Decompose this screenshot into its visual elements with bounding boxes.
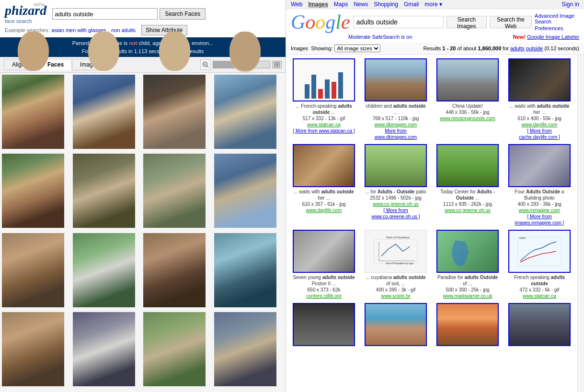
bar-3 [318,89,323,99]
image-thumb-4[interactable] [508,58,571,101]
topbar-more[interactable]: more ▾ [424,1,442,8]
image-item-1[interactable]: ... French-speaking adults outside ... 5… [290,58,358,140]
more-link-2[interactable]: More from www.dkimages.com [365,128,427,140]
image-thumb-1[interactable] [293,58,355,101]
image-thumb-8[interactable] [508,144,571,187]
image-thumb-11[interactable] [436,230,499,273]
site-link-3[interactable]: www.missiongrounds.com [440,115,495,122]
site-link-1[interactable]: www.statcan.ca [293,122,355,128]
image-thumb-12[interactable]: adults [508,230,571,273]
more-link-1[interactable]: [ More from www.statcan.ca ] [293,128,355,134]
face-item-11[interactable] [143,233,206,307]
image-thumb-6[interactable] [365,144,427,187]
image-thumb-2[interactable] [365,58,427,101]
image-item-11[interactable]: Paradise for adults Outside of ... 500 x… [434,230,502,299]
image-thumb-5[interactable] [293,144,355,187]
image-grid-wrapper: ... French-speaking adults outside ... 5… [286,55,577,392]
face-item-8[interactable] [214,154,276,228]
site-link-10[interactable]: www.scielo.br [365,293,427,299]
image-thumb-13[interactable] [293,303,355,346]
image-item-16[interactable] [505,303,573,354]
image-item-15[interactable] [434,303,502,354]
right-scrollbar[interactable] [577,55,584,392]
google-search-images-button[interactable]: Search Images [447,16,487,28]
image-caption-9: Seven young adults outside Poston II ...… [293,274,355,299]
face-item-16[interactable] [214,312,276,386]
image-item-2[interactable]: children and adults outside ... 768 x 51… [362,58,430,140]
image-item-9[interactable]: Seven young adults outside Poston II ...… [290,230,358,299]
google-search-input[interactable] [353,16,444,28]
labeler-link[interactable]: Google Image Labeler [527,34,579,40]
face-item-14[interactable] [73,312,135,386]
image-thumb-15[interactable] [436,303,499,346]
showing-label: Images Showing: [291,45,332,51]
more-link-6[interactable]: [ More from www.co.greene.oh.us ] [365,207,427,220]
face-item-13[interactable] [2,312,64,386]
face-item-9[interactable] [2,233,64,307]
image-item-6[interactable]: ... for Adults - Outside patio 2532 x 14… [362,144,430,226]
face-item-2[interactable] [73,75,135,149]
topbar-images[interactable]: Images [308,1,328,8]
topbar-news[interactable]: News [354,1,368,8]
topbar-maps[interactable]: Maps [334,1,348,8]
zoom-max-icon[interactable] [272,61,282,68]
advanced-image-search-link[interactable]: Advanced Image Search [535,13,579,24]
logo-g: G [291,11,305,33]
google-search-web-button[interactable]: Search the Web [490,16,532,28]
site-link-7[interactable]: www.co.greene.oh.us [436,207,499,213]
image-thumb-7[interactable] [436,144,499,187]
image-size-select[interactable]: All image sizes [334,45,380,52]
image-item-7[interactable]: Today Center for Adults - Outside ... 11… [434,144,502,226]
google-results-header: Images Showing: All image sizes Results … [286,43,584,55]
site-link-6[interactable]: www.co.greene.oh.us [365,201,427,207]
image-item-14[interactable] [362,303,430,354]
more-link-4[interactable]: [ More from cache.daylife.com ] [508,128,571,140]
image-grid: ... French-speaking adults outside ... 5… [286,55,577,358]
image-item-5[interactable]: ... waits with adults outside her ... 61… [290,144,358,226]
topbar-web[interactable]: Web [291,1,302,8]
topbar-shopping[interactable]: Shopping [374,1,398,8]
query-word-1[interactable]: adults [510,45,524,51]
face-item-5[interactable] [2,154,64,228]
face-item-10[interactable] [73,233,135,307]
face-item-3[interactable] [143,75,206,149]
phizard-search-input[interactable] [52,8,158,20]
image-caption-15 [467,347,469,354]
image-item-3[interactable]: China Update! 448 x 336 - 56k - jpg www.… [434,58,502,140]
image-item-10[interactable]: Start of Population End of Population by… [362,230,430,299]
site-link-8[interactable]: www.inmagine.com [508,207,571,213]
face-item-7[interactable] [143,154,206,228]
image-thumb-9[interactable] [293,230,355,273]
site-link-5[interactable]: www.daylife.com [293,207,355,213]
site-link-12[interactable]: www.statcan.ca [508,293,571,299]
image-item-12[interactable]: adults French speaking adults outside 47… [505,230,573,299]
face-item-12[interactable] [214,233,276,307]
image-thumb-16[interactable] [508,303,571,346]
site-link-4[interactable]: www.daylife.com [508,122,571,128]
safe-search-link[interactable]: Moderate SafeSearch is on [348,34,412,40]
image-thumb-14[interactable] [365,303,427,346]
zoom-icon[interactable] [200,59,211,70]
image-item-8[interactable]: Four Adults Outside a Building photo 400… [505,144,573,226]
topbar-gmail[interactable]: Gmail [404,1,419,8]
site-link-11[interactable]: www.markwarner.co.uk [436,293,499,299]
topbar-signin[interactable]: Sign in [561,1,579,8]
face-item-15[interactable] [143,312,206,386]
face-item-4[interactable] [214,75,276,149]
preferences-link[interactable]: Preferences [535,25,579,31]
example-link-2[interactable]: non adults [111,27,136,33]
more-link-8[interactable]: [ More from images.inmagine.com ] [508,213,571,226]
face-item-6[interactable] [73,154,135,228]
query-word-2[interactable]: outside [526,45,543,51]
image-thumb-3[interactable] [436,58,499,101]
image-thumb-10[interactable]: Start of Population End of Population by… [365,230,427,273]
site-link-9[interactable]: content.cdlib.org [293,293,355,299]
logo-g2: g [325,11,335,33]
site-link-2[interactable]: www.dkimages.com [365,122,427,128]
image-item-13[interactable] [290,303,358,354]
map-shape [452,240,469,267]
image-item-4[interactable]: ... waits with adults outside her ... 61… [505,58,573,140]
google-header-row-1: Google Search Images Search the Web Adva… [286,9,584,33]
face-item-1[interactable] [2,75,64,149]
phizard-search-button[interactable]: Search Faces [160,8,206,20]
